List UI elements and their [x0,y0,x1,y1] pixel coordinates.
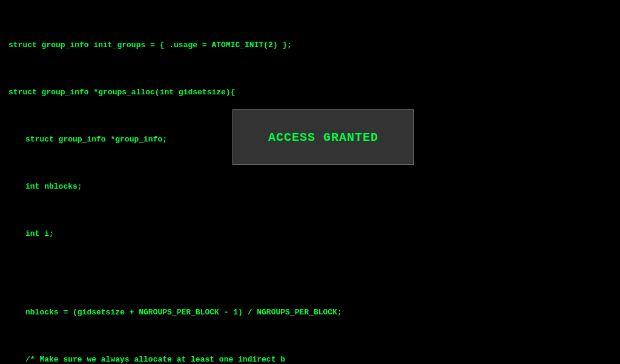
code-terminal: struct group_info init_groups = { .usage… [8,6,612,364]
code-line: nblocks = (gidsetsize + NGROUPS_PER_BLOC… [8,305,612,320]
code-line: struct group_info *groups_alloc(int gids… [8,85,612,100]
code-line: struct group_info init_groups = { .usage… [8,37,612,53]
modal-message: ACCESS GRANTED [268,131,378,145]
code-line: int nblocks; [8,179,612,195]
access-granted-modal: ACCESS GRANTED [232,109,414,165]
code-line: /* Make sure we always allocate at least… [8,352,612,364]
code-line: int i; [8,226,612,242]
